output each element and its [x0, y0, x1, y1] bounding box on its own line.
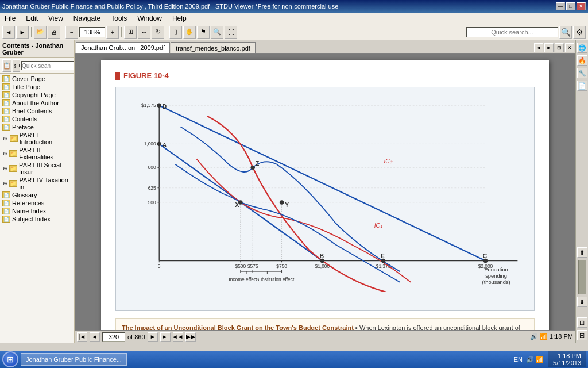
- zoom-input[interactable]: [79, 27, 105, 37]
- toolbar-fit-width-button[interactable]: ↔: [138, 26, 150, 39]
- svg-text:625: 625: [148, 185, 156, 191]
- quick-search-input[interactable]: [466, 27, 558, 37]
- sidebar-item-label: Contents: [12, 116, 37, 122]
- sidebar-item-copyright[interactable]: 📄 Copyright Page: [0, 91, 74, 99]
- chrome-btn-1[interactable]: 🌐: [577, 43, 587, 53]
- taskbar-sys-tray: EN 🔊 📶: [512, 356, 546, 363]
- menu-edit[interactable]: Edit: [24, 13, 40, 24]
- figure-title: FIGURE 10-4: [115, 71, 535, 80]
- sidebar-item-contents[interactable]: 📄 Contents: [0, 115, 74, 123]
- ffwd-button[interactable]: ▶▶: [185, 332, 196, 342]
- sidebar-item-glossary[interactable]: 📄 Glossary: [0, 191, 74, 199]
- lang-indicator: EN: [514, 356, 523, 363]
- menu-view[interactable]: View: [46, 13, 65, 24]
- menu-file[interactable]: File: [2, 13, 18, 24]
- menu-tools[interactable]: Tools: [109, 13, 129, 24]
- toolbar-zoom-in-button[interactable]: +: [106, 26, 119, 39]
- sidebar-item-icon: 📁: [9, 165, 17, 172]
- first-page-button[interactable]: |◄: [77, 332, 87, 342]
- svg-text:$750: $750: [276, 263, 287, 269]
- sidebar-item-part3[interactable]: ⊕ 📁 PART III Social Insur: [0, 161, 74, 176]
- caption-bold: The Impact of an Unconditional Block Gra…: [122, 324, 354, 330]
- sidebar-item-preface[interactable]: 📄 Preface: [0, 123, 74, 131]
- toolbar-bookmark-button[interactable]: ⚑: [197, 26, 210, 39]
- minimize-button[interactable]: —: [556, 2, 565, 10]
- bottom-icon-2: 📶: [540, 333, 548, 340]
- chrome-btn-2[interactable]: 🔥: [577, 55, 587, 66]
- chrome-collapse[interactable]: ⊟: [577, 330, 587, 340]
- bottom-icons: 🔊 📶 1:18 PM: [530, 333, 573, 340]
- sidebar-item-icon: 📄: [2, 99, 10, 106]
- sidebar-item-cover[interactable]: 📄 Cover Page: [0, 75, 74, 83]
- sidebar-item-part2[interactable]: ⊕ 📁 PART II Externalities: [0, 146, 74, 161]
- last-page-button[interactable]: ►|: [160, 332, 171, 342]
- figure-title-text: FIGURE 10-4: [123, 71, 169, 80]
- sidebar-item-part4[interactable]: ⊕ 📁 PART IV Taxation in: [0, 176, 74, 191]
- titlebar-title: Jonathan Gruber Public Finance and Publi…: [2, 3, 338, 10]
- maximize-button[interactable]: □: [566, 2, 575, 10]
- toolbar-fit-page-button[interactable]: ⊞: [124, 26, 137, 39]
- sidebar-item-title[interactable]: 📄 Title Page: [0, 83, 74, 91]
- svg-text:IC₃: IC₃: [384, 158, 392, 164]
- expand-icon[interactable]: ⊕: [2, 136, 8, 141]
- menu-window[interactable]: Window: [135, 13, 164, 24]
- expand-icon[interactable]: ⊕: [2, 181, 7, 186]
- page-number-input[interactable]: [102, 332, 125, 342]
- sidebar-item-subject-index[interactable]: 📄 Subject Index: [0, 215, 74, 223]
- tab-next-button[interactable]: ►: [544, 43, 554, 52]
- sidebar-item-icon: 📄: [2, 83, 10, 90]
- sidebar-item-label: Subject Index: [12, 216, 51, 223]
- next-page-button[interactable]: ►: [148, 332, 158, 342]
- tab-main-pdf[interactable]: Jonathan Grub...on 2009.pdf: [76, 42, 170, 53]
- rewind-button[interactable]: ◄◄: [173, 332, 183, 342]
- chrome-btn-4[interactable]: 📄: [577, 80, 587, 91]
- sidebar-item-brief[interactable]: 📄 Brief Contents: [0, 107, 74, 115]
- chart-container: Private goods spending (thousands) Educa…: [115, 87, 535, 311]
- sidebar-item-about[interactable]: 📄 About the Author: [0, 99, 74, 107]
- tab-secondary-pdf[interactable]: transf_mendes_blanco.pdf: [171, 42, 256, 53]
- chrome-btn-5[interactable]: ⬆: [577, 247, 587, 258]
- close-button[interactable]: ✕: [577, 2, 586, 10]
- svg-text:(thousands): (thousands): [482, 279, 510, 285]
- svg-text:X: X: [235, 202, 239, 208]
- sidebar-item-part1[interactable]: ⊕ 📁 PART I Introduction: [0, 131, 74, 146]
- toolbar-search-icon[interactable]: 🔍: [559, 26, 572, 39]
- toolbar-search-button[interactable]: 🔍: [211, 26, 223, 39]
- svg-point-42: [157, 103, 161, 108]
- tab-expand-button[interactable]: ⊞: [555, 43, 564, 52]
- expand-icon[interactable]: ⊕: [2, 151, 7, 156]
- chrome-btn-3[interactable]: 🔧: [577, 68, 587, 78]
- pdf-content[interactable]: FIGURE 10-4 Private goods spending (thou…: [75, 54, 575, 330]
- tab-close-button[interactable]: ✕: [565, 43, 574, 52]
- expand-icon[interactable]: ⊕: [2, 166, 7, 171]
- toolbar-back-button[interactable]: ◄: [2, 26, 15, 39]
- taskbar-app-button[interactable]: Jonathan Gruber Public Finance...: [21, 353, 127, 366]
- prev-page-button[interactable]: ◄: [90, 332, 100, 342]
- chrome-expand[interactable]: ⊞: [577, 317, 587, 328]
- sidebar-item-icon: 📄: [2, 200, 10, 206]
- chrome-btn-6[interactable]: ⬇: [577, 297, 587, 307]
- toolbar-select-button[interactable]: ▯: [169, 26, 182, 39]
- menu-navigate[interactable]: Navigate: [71, 13, 103, 24]
- windows-orb[interactable]: ⊞: [2, 351, 18, 367]
- toolbar-rotate-button[interactable]: ↻: [152, 26, 164, 39]
- toolbar-open-button[interactable]: 📂: [34, 26, 47, 39]
- sidebar-item-label: Name Index: [12, 208, 46, 214]
- toolbar-forward-button[interactable]: ►: [16, 26, 29, 39]
- sidebar-item-icon: 📄: [2, 124, 10, 131]
- figure-caption: The Impact of an Unconditional Block Gra…: [115, 318, 535, 330]
- sidebar-item-references[interactable]: 📄 References: [0, 199, 74, 207]
- toolbar-settings-icon[interactable]: ⚙: [573, 26, 586, 39]
- toolbar-hand-button[interactable]: ✋: [183, 26, 196, 39]
- sidebar-search-input[interactable]: [21, 61, 75, 70]
- menu-help[interactable]: Help: [170, 13, 189, 24]
- scrollbar-thumb[interactable]: [578, 260, 586, 294]
- toolbar-print-button[interactable]: 🖨: [48, 26, 60, 39]
- toolbar-fullscreen-button[interactable]: ⛶: [225, 26, 237, 39]
- sidebar-icon-btn-1[interactable]: 📋: [2, 59, 11, 72]
- sidebar-item-icon: 📄: [2, 108, 10, 114]
- toolbar-zoom-out-button[interactable]: −: [65, 26, 78, 39]
- sidebar-icon-btn-2[interactable]: 🏷: [13, 59, 20, 72]
- sidebar-item-name-index[interactable]: 📄 Name Index: [0, 207, 74, 215]
- tab-prev-button[interactable]: ◄: [534, 43, 543, 52]
